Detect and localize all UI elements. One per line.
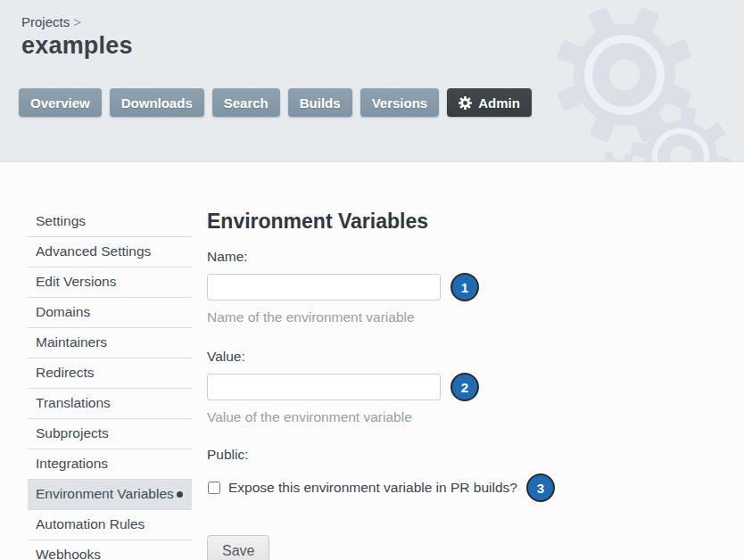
admin-sidebar: Settings Advanced Settings Edit Versions… <box>28 207 192 560</box>
sidebar-item-automation-rules[interactable]: Automation Rules <box>28 510 192 540</box>
public-field-label: Public: <box>207 448 591 462</box>
breadcrumb-separator: > <box>73 14 81 29</box>
name-help-text: Name of the environment variable <box>207 309 591 325</box>
project-admin-page: Projects> examples Overview Downloads Se… <box>0 0 744 560</box>
value-help-text: Value of the environment variable <box>207 409 591 425</box>
project-title: examples <box>21 32 133 60</box>
public-checkbox[interactable] <box>208 482 220 494</box>
value-field-row: 2 <box>207 373 591 401</box>
nav-overview-button[interactable]: Overview <box>19 88 102 117</box>
sidebar-item-subprojects[interactable]: Subprojects <box>28 419 192 449</box>
public-checkbox-row: Expose this environment variable in PR b… <box>207 474 591 502</box>
annotation-badge-2: 2 <box>451 373 479 401</box>
sidebar-item-settings[interactable]: Settings <box>28 207 192 237</box>
value-input[interactable] <box>207 374 441 400</box>
nav-builds-button[interactable]: Builds <box>288 88 352 117</box>
breadcrumb: Projects> <box>21 14 81 29</box>
project-header: Projects> examples Overview Downloads Se… <box>0 0 744 162</box>
nav-downloads-button[interactable]: Downloads <box>110 88 204 117</box>
name-field-label: Name: <box>207 250 591 264</box>
sidebar-item-edit-versions[interactable]: Edit Versions <box>28 268 192 298</box>
name-field-row: 1 <box>207 273 591 301</box>
value-field-label: Value: <box>207 350 591 364</box>
nav-search-button[interactable]: Search <box>212 88 280 117</box>
public-checkbox-label[interactable]: Expose this environment variable in PR b… <box>228 480 517 496</box>
nav-admin-button[interactable]: Admin <box>447 88 532 117</box>
dot-icon <box>177 491 183 498</box>
gears-decoration-icon <box>0 0 744 162</box>
gear-icon <box>459 96 472 110</box>
breadcrumb-projects-link[interactable]: Projects <box>21 14 70 29</box>
sidebar-item-webhooks[interactable]: Webhooks <box>28 540 192 560</box>
sidebar-item-domains[interactable]: Domains <box>28 298 192 328</box>
environment-variables-panel: Environment Variables Name: 1 Name of th… <box>207 207 591 560</box>
annotation-badge-3: 3 <box>526 474 555 502</box>
sidebar-item-advanced-settings[interactable]: Advanced Settings <box>28 237 192 268</box>
sidebar-item-integrations[interactable]: Integrations <box>28 449 192 480</box>
name-input[interactable] <box>207 274 441 301</box>
sidebar-item-label: Environment Variables <box>36 486 174 501</box>
section-title: Environment Variables <box>207 210 591 232</box>
admin-content: Settings Advanced Settings Edit Versions… <box>0 162 744 560</box>
sidebar-item-environment-variables[interactable]: Environment Variables <box>28 480 192 510</box>
sidebar-item-maintainers[interactable]: Maintainers <box>28 328 192 358</box>
project-nav: Overview Downloads Search Builds Version… <box>19 88 532 117</box>
nav-admin-label: Admin <box>478 95 520 111</box>
save-button[interactable]: Save <box>207 535 269 560</box>
sidebar-item-redirects[interactable]: Redirects <box>28 358 192 389</box>
sidebar-item-translations[interactable]: Translations <box>28 389 192 419</box>
nav-versions-button[interactable]: Versions <box>360 88 440 117</box>
annotation-badge-1: 1 <box>451 273 479 301</box>
